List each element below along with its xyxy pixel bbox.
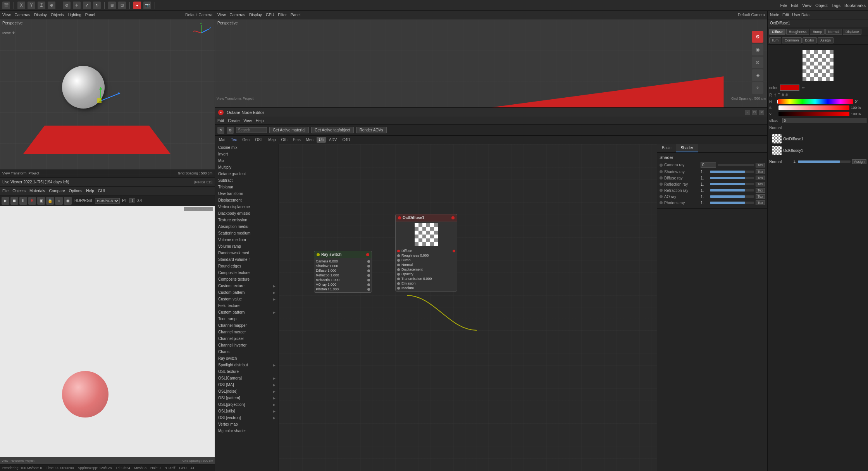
node-item-vertex-disp[interactable]: Vertex displaceme [215, 204, 279, 210]
tab-map[interactable]: Map [266, 137, 278, 143]
mat-tab-diffuse[interactable]: Diffuse [769, 29, 785, 35]
node-item-volume-ramp[interactable]: Volume ramp [215, 243, 279, 250]
oct-menu-view[interactable]: View [243, 119, 252, 123]
oct-icon-1[interactable]: ⚙ [752, 31, 763, 43]
val-bar[interactable] [778, 112, 849, 116]
stop-icon[interactable]: ⏹ [10, 197, 18, 205]
cam-icon[interactable]: 📷 [143, 2, 151, 9]
node-item-texture-emission[interactable]: Texture emission [215, 217, 279, 223]
node-item-osl-texture[interactable]: OSL texture [215, 368, 279, 375]
node-item-spotlight[interactable]: Spotlight distribut▶ [215, 362, 279, 368]
oct-icon-2[interactable]: ◉ [752, 44, 763, 55]
snap-icon[interactable]: ⊡ [118, 2, 126, 9]
node-item-custom-pattern2[interactable]: Custom pattern▶ [215, 309, 279, 316]
tab-basic[interactable]: Basic [657, 144, 676, 152]
tab-mat[interactable]: Mat [217, 137, 228, 143]
sec-tab-assign[interactable]: Assign [818, 37, 834, 43]
port-normal-in[interactable] [397, 264, 400, 266]
lv-menu-options[interactable]: Options [69, 189, 82, 193]
node-item-channel-mapper[interactable]: Channel mapper [215, 322, 279, 329]
pause-icon[interactable]: ⏸ [19, 197, 27, 205]
region-icon[interactable]: ▣ [37, 197, 45, 205]
node-item-octane-gradient[interactable]: Octane gradient [215, 171, 279, 177]
rv-panel[interactable]: Panel [291, 13, 301, 17]
color-edit-icon[interactable]: ✏ [802, 86, 805, 90]
r-icon[interactable]: R [28, 197, 36, 205]
lock-icon[interactable]: 🔒 [46, 197, 54, 205]
node-item-subtract[interactable]: Subtract [215, 177, 279, 184]
hue-bar[interactable] [777, 99, 853, 104]
obj-item-octdiffuse[interactable]: OctDiffuse1 [771, 133, 865, 145]
app-icon[interactable]: 🎬 [2, 2, 10, 9]
port-rs-ao[interactable] [367, 283, 370, 286]
diffuse-ray-tex-btn[interactable]: Tex [756, 176, 765, 180]
tab-shader[interactable]: Shader [676, 144, 698, 152]
port-rs-camera[interactable] [367, 260, 370, 263]
node-item-round-edges[interactable]: Round edges [215, 263, 279, 269]
node-item-mg-color[interactable]: Mg color shader [215, 428, 279, 434]
port-rs-shadow[interactable] [367, 265, 370, 267]
rv-view[interactable]: View [217, 13, 226, 17]
search-input[interactable] [236, 127, 267, 133]
render-icon[interactable]: ● [133, 2, 141, 9]
rv-filter[interactable]: Filter [278, 13, 287, 17]
port-roughness-in[interactable] [397, 254, 400, 257]
viewport-menu-cameras[interactable]: Cameras [15, 13, 31, 17]
far-right-menu-user-data[interactable]: User Data [792, 13, 809, 17]
node-item-composite-tex1[interactable]: Composite texture [215, 269, 279, 276]
viewport-content[interactable]: X Y Z View Transform: P [0, 19, 215, 177]
search-go-icon[interactable]: ⚙ [227, 127, 234, 134]
port-emission-in[interactable] [397, 282, 400, 285]
color-swatch[interactable] [780, 85, 799, 91]
node-item-triplanar[interactable]: Triplanar [215, 184, 279, 190]
octdiffuse-close-btn[interactable] [451, 216, 455, 219]
lv-menu-compare[interactable]: Compare [49, 189, 65, 193]
oct-icon-5[interactable]: ✧ [752, 82, 763, 94]
ao-ray-tex-btn[interactable]: Tex [756, 194, 765, 199]
tab-mec[interactable]: Mec [304, 137, 316, 143]
photons-ray-tex-btn[interactable]: Tex [756, 200, 765, 205]
tab-gen[interactable]: Gen [240, 137, 252, 143]
refresh-icon[interactable]: ↻ [217, 127, 224, 134]
viewport-menu-lighting[interactable]: Lighting [68, 13, 81, 17]
shadow-ray-tex-btn[interactable]: Tex [756, 169, 765, 174]
node-item-standard-volume[interactable]: Standard volume r [215, 256, 279, 263]
sec-tab-editor[interactable]: Editor [803, 37, 817, 43]
camera-ray-slider[interactable] [718, 164, 754, 166]
mat-tab-normal[interactable]: Normal [825, 29, 842, 35]
node-item-osl-camera[interactable]: OSL[Camera]▶ [215, 375, 279, 381]
port-rs-reflection[interactable] [367, 274, 370, 277]
sec-tab-common[interactable]: Common [782, 37, 802, 43]
port-rs-photon[interactable] [367, 288, 370, 291]
node-item-channel-merger[interactable]: Channel merger [215, 329, 279, 335]
top-menu-view[interactable]: View [802, 3, 811, 8]
scale-icon[interactable]: ⤢ [83, 2, 91, 9]
h-mode[interactable]: H [773, 93, 776, 97]
live-viewer-viewport[interactable]: OCTANE RENDER View Transform: Project Gr… [0, 206, 215, 464]
port-rs-diffuse[interactable] [367, 269, 370, 272]
far-right-menu-edit[interactable]: Edit [782, 13, 789, 17]
top-menu-bookmarks[interactable]: Bookmarks [844, 3, 866, 8]
sphere-icon[interactable]: ○ [55, 197, 63, 205]
ray-switch-node[interactable]: Ray switch Camera 0.000 Shadow 1.000 [314, 251, 372, 293]
node-item-absorption[interactable]: Absorption mediu [215, 223, 279, 230]
play-icon[interactable]: ▶ [2, 197, 9, 205]
rotate-icon[interactable]: ↻ [93, 2, 101, 9]
shadow-ray-slider[interactable] [710, 171, 754, 173]
node-item-custom-value[interactable]: Custom value▶ [215, 296, 279, 302]
node-item-osl-ma[interactable]: OSL[MA]▶ [215, 381, 279, 388]
photons-ray-slider[interactable] [710, 202, 754, 204]
viewport-menu-display[interactable]: Display [34, 13, 47, 17]
node-item-channel-inverter[interactable]: Channel inverter [215, 342, 279, 349]
ray-switch-close-btn[interactable] [366, 253, 369, 256]
move-icon[interactable]: X [17, 2, 25, 9]
lv-menu-help[interactable]: Help [86, 189, 94, 193]
transform-icon[interactable]: ⊕ [48, 2, 55, 9]
node-item-displacement[interactable]: Displacement [215, 197, 279, 204]
mat-tab-displace[interactable]: Displace [843, 29, 862, 35]
node-item-invert[interactable]: Invert [215, 151, 279, 157]
live-viewer-content[interactable]: OCTANE RENDER View Transform: Project Gr… [0, 206, 215, 464]
hash-mode[interactable]: # [782, 93, 784, 97]
rv-cameras[interactable]: Cameras [230, 13, 246, 17]
node-item-osl-noise[interactable]: OSL[noise]▶ [215, 388, 279, 395]
